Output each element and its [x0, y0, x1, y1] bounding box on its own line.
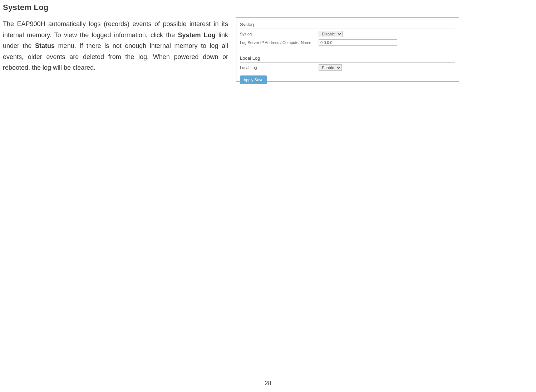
syslog-section-header: Syslog	[240, 20, 455, 29]
apply-save-button[interactable]: Apply Save	[240, 75, 267, 84]
ip-label: Log Server IP Address / Computer Name	[240, 40, 319, 45]
paragraph-bold2: Status	[35, 42, 55, 49]
syslog-settings-panel: Syslog Syslog Disable Log Server IP Addr…	[236, 17, 459, 82]
page-number: 28	[0, 380, 536, 387]
section-title: System Log	[3, 3, 228, 12]
paragraph-bold1: System Log	[178, 31, 216, 39]
ip-input[interactable]	[319, 39, 397, 46]
body-paragraph: The EAP900H automatically logs (records)…	[3, 19, 228, 73]
syslog-select[interactable]: Disable	[319, 31, 343, 37]
syslog-label: Syslog	[240, 32, 319, 36]
locallog-label: Local Log	[240, 65, 319, 70]
syslog-row: Syslog Disable	[240, 30, 455, 38]
locallog-row: Local Log Enable	[240, 63, 455, 72]
locallog-select[interactable]: Enable	[319, 64, 342, 71]
locallog-section-header: Local Log	[240, 54, 455, 63]
ip-row: Log Server IP Address / Computer Name	[240, 38, 455, 47]
